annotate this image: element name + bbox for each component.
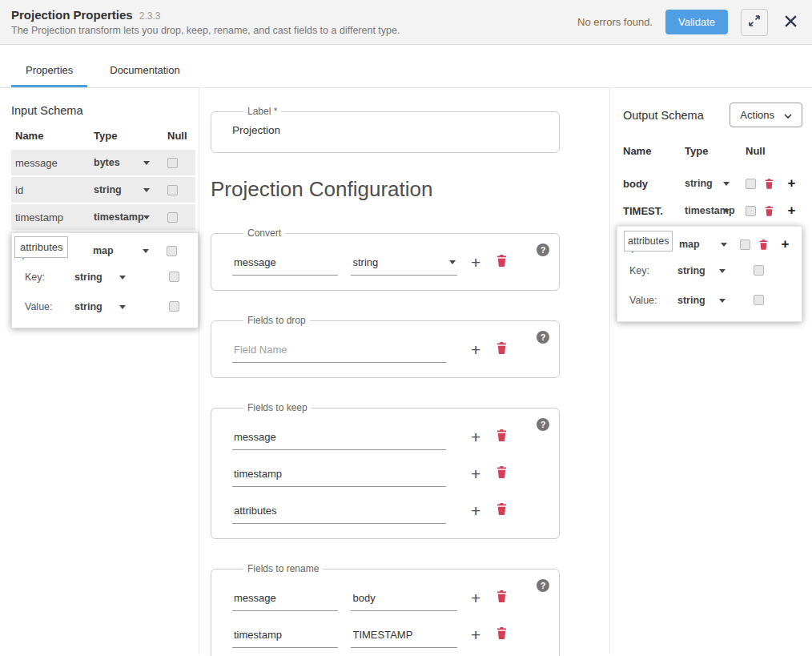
keep-field-input[interactable] bbox=[232, 501, 446, 524]
plugin-description: The Projection transform lets you drop, … bbox=[11, 25, 400, 36]
keep-field-input[interactable] bbox=[232, 465, 446, 487]
add-row-button[interactable]: + bbox=[466, 589, 485, 608]
keep-row: + bbox=[232, 501, 548, 525]
tab-properties[interactable]: Properties bbox=[11, 56, 87, 87]
field-name[interactable]: body bbox=[623, 178, 685, 190]
add-row-button[interactable]: + bbox=[466, 626, 485, 645]
delete-row-button[interactable] bbox=[496, 466, 507, 481]
input-schema-title: Input Schema bbox=[11, 104, 195, 117]
close-button[interactable] bbox=[781, 11, 801, 34]
type-value: timestamp bbox=[94, 211, 144, 223]
col-header-type: Type bbox=[685, 145, 746, 157]
chevron-down-icon bbox=[143, 161, 150, 165]
convert-type-select[interactable]: string bbox=[351, 253, 457, 276]
nullable-checkbox[interactable] bbox=[746, 179, 756, 189]
nullable-checkbox[interactable] bbox=[746, 206, 756, 216]
type-select[interactable]: map bbox=[679, 233, 740, 256]
type-select[interactable]: string bbox=[74, 262, 169, 292]
tab-documentation[interactable]: Documentation bbox=[95, 56, 194, 87]
add-field-button[interactable]: + bbox=[781, 175, 802, 191]
expand-button[interactable] bbox=[741, 9, 768, 36]
type-select[interactable]: string bbox=[677, 256, 754, 285]
delete-row-button[interactable] bbox=[496, 342, 507, 356]
nullable-checkbox[interactable] bbox=[754, 265, 764, 276]
delete-field-button[interactable] bbox=[759, 239, 775, 250]
rename-to-input[interactable] bbox=[351, 589, 457, 611]
main-content: Input Schema Name Type Null message byte… bbox=[0, 88, 812, 654]
label-input[interactable] bbox=[232, 119, 537, 139]
type-value: string bbox=[74, 301, 103, 312]
value-label: Value: bbox=[629, 295, 677, 306]
add-row-button[interactable]: + bbox=[466, 465, 485, 484]
chevron-down-icon bbox=[721, 243, 727, 247]
rename-from-input[interactable] bbox=[232, 626, 338, 648]
type-value: string bbox=[685, 178, 713, 189]
input-schema-row-expanded: attributes map bbox=[12, 238, 198, 262]
type-select[interactable]: bytes bbox=[94, 150, 167, 175]
chevron-down-icon bbox=[119, 305, 126, 309]
nullable-checkbox[interactable] bbox=[740, 239, 750, 250]
add-row-button[interactable]: + bbox=[466, 501, 485, 521]
input-schema-pane: Input Schema Name Type Null message byte… bbox=[0, 88, 199, 654]
properties-form-pane: Label * Projection Configuration Convert… bbox=[199, 88, 610, 654]
chevron-down-icon bbox=[723, 182, 730, 186]
field-name-box[interactable]: attributes bbox=[14, 236, 68, 258]
type-select[interactable]: map bbox=[93, 239, 167, 262]
rename-from-input[interactable] bbox=[232, 589, 338, 611]
type-select[interactable]: timestamp bbox=[685, 197, 746, 224]
add-field-button[interactable]: + bbox=[775, 236, 795, 252]
output-schema-pane: Output Schema Actions Name Type Null bod… bbox=[610, 88, 812, 654]
col-header-type: Type bbox=[94, 130, 167, 142]
nullable-checkbox[interactable] bbox=[167, 185, 178, 195]
nullable-checkbox[interactable] bbox=[167, 158, 178, 168]
actions-dropdown-button[interactable]: Actions bbox=[730, 103, 802, 127]
type-select[interactable]: string bbox=[685, 170, 746, 197]
rename-to-input[interactable] bbox=[351, 626, 457, 648]
convert-group: Convert ? string + bbox=[211, 227, 560, 291]
nullable-checkbox[interactable] bbox=[167, 246, 177, 256]
field-name-box[interactable]: attributes bbox=[624, 231, 673, 252]
label-field-group: Label * bbox=[211, 106, 560, 153]
tab-bar: Properties Documentation bbox=[0, 45, 812, 88]
delete-row-button[interactable] bbox=[496, 429, 507, 444]
chevron-down-icon bbox=[784, 109, 792, 121]
keep-field-input[interactable] bbox=[232, 428, 446, 450]
field-name[interactable]: TIMEST. bbox=[623, 205, 685, 217]
add-row-button[interactable]: + bbox=[466, 428, 485, 447]
plugin-version: 2.3.3 bbox=[139, 10, 161, 22]
header-left: Projection Properties 2.3.3 The Projecti… bbox=[11, 8, 400, 36]
label-field-legend: Label * bbox=[243, 106, 281, 117]
drop-field-input[interactable] bbox=[232, 340, 446, 363]
convert-legend: Convert bbox=[243, 227, 285, 239]
nullable-checkbox[interactable] bbox=[754, 295, 764, 305]
type-select[interactable]: string bbox=[677, 285, 754, 315]
delete-row-button[interactable] bbox=[496, 255, 507, 269]
convert-field-input[interactable] bbox=[232, 253, 338, 276]
delete-field-button[interactable] bbox=[765, 179, 781, 189]
field-name: message bbox=[15, 157, 94, 169]
delete-field-button[interactable] bbox=[765, 206, 781, 216]
input-schema-row: id string bbox=[11, 177, 195, 203]
map-value-row: Value: string bbox=[12, 292, 198, 321]
type-value: string bbox=[94, 184, 122, 195]
map-value-row: Value: string bbox=[624, 285, 795, 315]
chevron-down-icon bbox=[723, 209, 730, 213]
add-row-button[interactable]: + bbox=[466, 253, 485, 272]
type-select[interactable]: string bbox=[94, 177, 167, 203]
add-row-button[interactable]: + bbox=[466, 340, 485, 360]
delete-row-button[interactable] bbox=[496, 627, 507, 642]
delete-row-button[interactable] bbox=[496, 503, 507, 517]
nullable-checkbox[interactable] bbox=[169, 301, 179, 312]
nullable-checkbox[interactable] bbox=[169, 272, 179, 282]
validate-button[interactable]: Validate bbox=[665, 10, 728, 34]
input-schema-row: timestamp timestamp bbox=[11, 204, 195, 230]
type-select[interactable]: timestamp bbox=[94, 204, 167, 230]
add-field-button[interactable]: + bbox=[781, 203, 802, 219]
validation-status: No errors found. bbox=[577, 16, 653, 28]
delete-row-button[interactable] bbox=[496, 590, 507, 605]
value-label: Value: bbox=[25, 301, 74, 312]
type-value: map bbox=[93, 245, 114, 256]
nullable-checkbox[interactable] bbox=[167, 212, 178, 223]
chevron-down-icon bbox=[143, 249, 149, 253]
type-select[interactable]: string bbox=[74, 292, 169, 321]
